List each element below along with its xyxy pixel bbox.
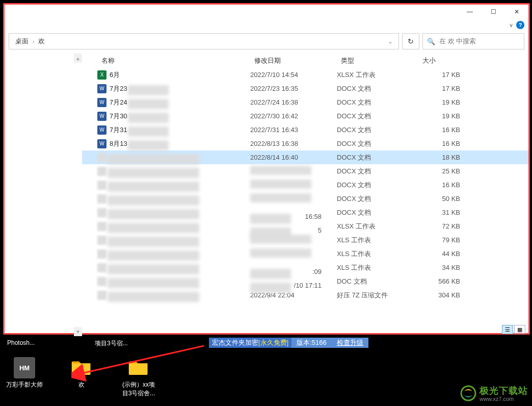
file-size: 17 KB [418,85,469,92]
docx-file-icon: W [97,98,107,107]
file-type: 好压 7Z 压缩文件 [337,291,418,300]
nav-scroll-up[interactable]: ▲ [74,54,82,63]
file-size: 304 KB [418,291,469,299]
file-date: 2022/7/10 14:54 [250,71,337,79]
blur-file-icon [97,277,107,286]
file-size: 19 KB [418,98,469,106]
folder-icon [71,357,92,378]
file-size: 72 KB [418,222,469,230]
breadcrumb-folder[interactable]: 欢 [35,35,48,48]
file-size: 17 KB [418,71,469,79]
file-type: DOCX 文档 [337,194,418,204]
file-size: 566 KB [418,277,469,285]
app-icon: HM [14,357,35,378]
docx-file-icon: W [97,84,107,93]
maximize-button[interactable]: ☐ [482,5,505,19]
file-row[interactable]: /10 17:11DOC 文档566 KB [82,274,528,288]
column-type[interactable]: 类型 [337,54,418,67]
file-size: 16 KB [418,126,469,134]
blur-file-icon [97,167,107,176]
view-thumbnails-button[interactable]: ▦ [514,325,525,334]
file-type: XLS 工作表 [337,263,418,272]
file-date [250,235,337,245]
file-row[interactable]: XLS 工作表79 KB [82,233,528,247]
column-date[interactable]: 修改日期 [250,54,337,67]
status-app-title: 宏杰文件夹加密[永久免费] [209,338,291,348]
file-row[interactable]: 2022/9/4 22:04好压 7Z 压缩文件304 KB [82,288,528,302]
blur-file-icon [97,263,107,272]
docx-file-icon: W [97,139,107,148]
file-type: DOCX 文档 [337,181,418,190]
file-type: DOCX 文档 [337,98,418,107]
address-dropdown-icon[interactable]: ⌄ [385,37,395,46]
file-row[interactable]: W7月302022/7/30 16:42DOCX 文档19 KB [82,109,528,123]
blur-file-icon [97,153,107,162]
nav-scroll-down[interactable]: ▼ [74,327,82,336]
ribbon-collapse-icon[interactable]: ∨ [509,22,513,29]
folder-icon [128,357,149,378]
file-size: 25 KB [418,167,469,175]
address-bar[interactable]: 桌面 › 欢 ⌄ [9,33,399,49]
file-size: 44 KB [418,250,469,258]
desktop-icon-huan-folder[interactable]: 欢 [63,357,100,398]
desktop-icon-example-folder[interactable]: (示例）xx项目3号宿舍... [120,357,157,398]
svg-point-1 [461,386,475,400]
close-button[interactable]: ✕ [505,5,528,19]
navigation-pane[interactable]: ▲ ▼ [5,54,82,336]
file-type: XLS 工作表 [337,236,418,245]
desktop-label-photoshop: Photosh... [7,339,35,346]
file-row[interactable]: 2022/8/14 16:40DOCX 文档18 KB [82,150,528,164]
file-row[interactable]: :09XLS 工作表34 KB [82,261,528,274]
minimize-button[interactable]: — [458,5,482,19]
refresh-button[interactable]: ↻ [402,33,419,49]
file-row[interactable]: X6月2022/7/10 14:54XLSX 工作表17 KB [82,68,528,82]
search-icon: 🔍 [427,38,435,45]
status-check-upgrade[interactable]: 检查升级 [332,338,368,348]
file-type: DOC 文档 [337,277,418,286]
content-area: ▲ ▼ 名称 修改日期 类型 大小 X6月2022/7/10 14:54XLSX… [5,54,528,336]
file-row[interactable]: 5XLSX 工作表72 KB [82,219,528,233]
file-date: 2022/7/24 16:38 [250,98,337,106]
file-size: 34 KB [418,264,469,271]
file-row[interactable]: XLS 工作表44 KB [82,247,528,261]
file-size: 18 KB [418,154,469,161]
column-headers: 名称 修改日期 类型 大小 [82,54,528,68]
blur-file-icon [97,222,107,231]
address-row: 桌面 › 欢 ⌄ ↻ 🔍 在 欢 中搜索 [5,30,528,54]
file-type: DOCX 文档 [337,125,418,135]
file-name: 7月24 [110,98,127,107]
blur-file-icon [97,291,107,300]
watermark-logo-icon [460,385,476,401]
window-titlebar: — ☐ ✕ [5,5,528,20]
file-row[interactable]: W8月132022/8/13 16:38DOCX 文档16 KB [82,137,528,150]
desktop-icon-wancai[interactable]: HM 万彩手影大师 [6,357,43,398]
file-row[interactable]: W7月312022/7/31 16:43DOCX 文档16 KB [82,123,528,137]
help-icon[interactable]: ? [516,21,524,29]
file-date [250,180,337,190]
file-size: 50 KB [418,195,469,202]
file-row[interactable]: DOCX 文档50 KB [82,192,528,206]
file-list-pane: 名称 修改日期 类型 大小 X6月2022/7/10 14:54XLSX 工作表… [82,54,528,336]
file-row[interactable]: W7月242022/7/24 16:38DOCX 文档19 KB [82,95,528,109]
column-size[interactable]: 大小 [418,54,469,67]
desktop-icon-label: 欢 [78,380,85,389]
file-date: 2022/7/31 16:43 [250,126,337,134]
file-row[interactable]: W7月232022/7/23 16:35DOCX 文档17 KB [82,82,528,95]
blur-file-icon [97,236,107,245]
breadcrumb-desktop[interactable]: 桌面 [12,35,32,48]
desktop-label-project: 项目3号宿... [95,339,128,348]
search-input[interactable]: 🔍 在 欢 中搜索 [422,33,524,49]
file-row[interactable]: 16:58DOCX 文档31 KB [82,206,528,219]
file-date [250,248,337,259]
file-row[interactable]: DOCX 文档25 KB [82,164,528,178]
search-placeholder: 在 欢 中搜索 [439,37,476,46]
file-size: 16 KB [418,140,469,147]
file-name: 7月23 [110,84,127,93]
file-size: 16 KB [418,181,469,189]
file-type: DOCX 文档 [337,208,418,217]
column-name[interactable]: 名称 [97,54,250,67]
file-row[interactable]: DOCX 文档16 KB [82,178,528,192]
view-details-button[interactable]: ☰ [502,325,513,334]
desktop-icons: HM 万彩手影大师 欢 (示例）xx项目3号宿舍... [6,357,157,398]
blur-file-icon [97,181,107,190]
